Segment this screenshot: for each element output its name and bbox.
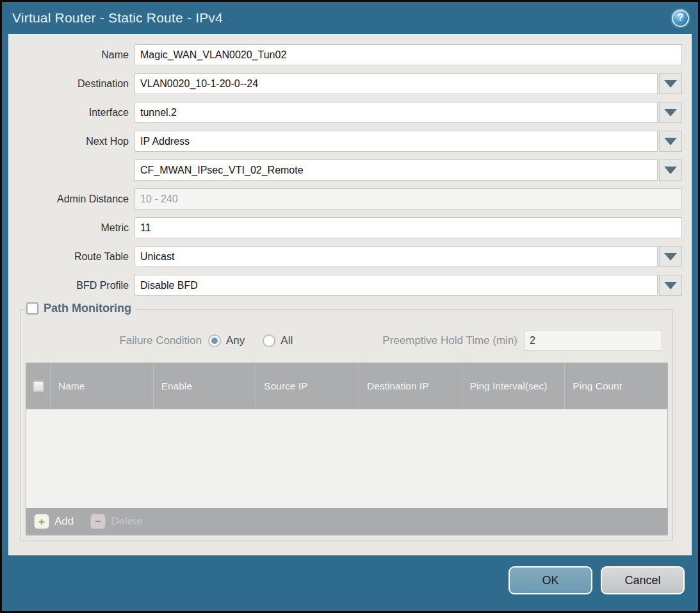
radio-all-label: All <box>281 334 293 347</box>
form-row-metric: Metric <box>9 217 682 238</box>
path-monitoring-table: NameEnableSource IPDestination IPPing In… <box>26 363 668 535</box>
metric-label: Metric <box>9 222 134 234</box>
radio-any-label: Any <box>226 334 245 347</box>
column-header: Source IP <box>256 363 359 409</box>
add-button[interactable]: + Add <box>34 514 74 529</box>
chevron-down-icon <box>664 80 677 88</box>
dialog-titlebar: Virtual Router - Static Route - IPv4 ? <box>2 2 698 34</box>
delete-button-label: Delete <box>111 515 142 528</box>
chevron-down-icon <box>664 282 677 290</box>
ok-button[interactable]: OK <box>509 566 592 594</box>
chevron-down-icon <box>664 253 677 261</box>
dialog-content: Name Destination Interface <box>8 34 692 555</box>
column-header: Name <box>51 363 154 409</box>
form-row-name: Name <box>9 44 682 65</box>
interface-input[interactable] <box>134 102 658 123</box>
preemptive-hold-label: Preemptive Hold Time (min) <box>382 334 524 347</box>
destination-input[interactable] <box>134 73 658 94</box>
form-row-next-hop: Next Hop <box>9 131 682 152</box>
form-row-destination: Destination <box>9 73 682 94</box>
table-body-empty <box>26 409 667 508</box>
radio-all-control <box>263 334 275 347</box>
delete-icon: − <box>90 514 106 529</box>
path-monitoring-section: Path Monitoring Failure Condition Any Al… <box>20 309 673 541</box>
next-hop-address-input[interactable] <box>134 159 658 181</box>
table-header-row: NameEnableSource IPDestination IPPing In… <box>26 363 667 409</box>
interface-label: Interface <box>9 107 134 119</box>
bfd-profile-dropdown-trigger[interactable] <box>659 275 682 296</box>
next-hop-label: Next Hop <box>9 136 134 147</box>
static-route-dialog: Virtual Router - Static Route - IPv4 ? N… <box>0 0 700 613</box>
chevron-down-icon <box>664 167 677 174</box>
failure-condition-row: Failure Condition Any All Preemptive Hol… <box>21 329 672 352</box>
help-icon[interactable]: ? <box>672 10 689 27</box>
form-row-bfd-profile: BFD Profile <box>9 275 682 296</box>
destination-dropdown-trigger[interactable] <box>659 73 682 94</box>
next-hop-type-input[interactable] <box>134 131 658 152</box>
column-header: Enable <box>154 363 257 409</box>
route-table-input[interactable] <box>134 246 658 267</box>
route-table-dropdown-trigger[interactable] <box>659 246 682 267</box>
help-glyph: ? <box>678 12 684 24</box>
select-all-checkbox[interactable] <box>33 380 44 392</box>
form-row-route-table: Route Table <box>9 246 682 267</box>
path-monitoring-checkbox[interactable] <box>26 302 38 315</box>
bfd-profile-label: BFD Profile <box>9 280 134 291</box>
form-row-admin-distance: Admin Distance <box>9 188 682 209</box>
radio-any-control <box>208 334 221 347</box>
preemptive-hold-input[interactable] <box>524 330 662 351</box>
column-header: Destination IP <box>359 363 462 409</box>
radio-any[interactable]: Any <box>208 334 245 347</box>
path-monitoring-title: Path Monitoring <box>44 302 131 315</box>
failure-condition-label: Failure Condition <box>21 334 208 347</box>
name-label: Name <box>9 49 134 61</box>
admin-distance-input[interactable] <box>134 188 682 209</box>
add-button-label: Add <box>54 515 74 528</box>
add-icon: + <box>34 514 49 529</box>
interface-dropdown-trigger[interactable] <box>659 102 682 123</box>
path-monitoring-legend: Path Monitoring <box>25 302 136 315</box>
header-checkbox-cell <box>26 363 51 409</box>
metric-input[interactable] <box>134 217 682 238</box>
dialog-footer: OK Cancel <box>2 555 698 611</box>
dialog-title: Virtual Router - Static Route - IPv4 <box>12 10 223 26</box>
radio-all[interactable]: All <box>263 334 293 347</box>
route-table-label: Route Table <box>9 251 134 263</box>
table-toolbar: + Add − Delete <box>26 508 667 535</box>
column-header: Ping Interval(sec) <box>462 363 566 409</box>
destination-label: Destination <box>9 78 134 90</box>
chevron-down-icon <box>664 138 677 145</box>
form-row-next-hop-address <box>9 159 682 181</box>
next-hop-type-dropdown-trigger[interactable] <box>659 131 682 152</box>
name-input[interactable] <box>134 44 682 65</box>
column-header: Ping Count <box>565 363 667 409</box>
chevron-down-icon <box>664 109 677 117</box>
bfd-profile-input[interactable] <box>134 275 658 296</box>
delete-button[interactable]: − Delete <box>90 514 142 529</box>
cancel-button[interactable]: Cancel <box>601 566 685 594</box>
admin-distance-label: Admin Distance <box>9 193 134 205</box>
form-row-interface: Interface <box>9 102 682 123</box>
next-hop-address-dropdown-trigger[interactable] <box>659 159 682 181</box>
